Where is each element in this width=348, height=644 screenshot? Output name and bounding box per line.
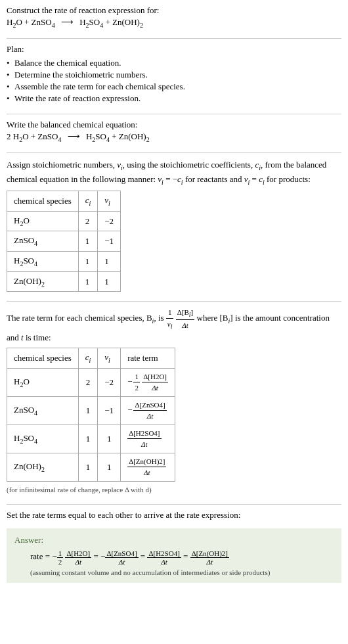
divider [7,114,341,114]
list-item: •Write the rate of reaction expression. [7,93,341,104]
rate-term-section: The rate term for each chemical species,… [7,307,341,499]
table-row: H2SO4 1 1 Δ[H2SO4]Δt [7,425,175,453]
final-title: Set the rate terms equal to each other t… [7,510,341,520]
species-cell: Zn(OH)2 [7,271,79,292]
divider [7,301,341,302]
final-section: Set the rate terms equal to each other t… [7,510,341,524]
plan-section: Plan: •Balance the chemical equation. •D… [7,44,341,109]
rate-cell: −12 Δ[H2O]Δt [121,368,175,396]
fraction: 12 [57,549,64,566]
nu-cell: 1 [98,425,121,453]
table-row: Zn(OH)2 1 1 [7,271,121,292]
answer-label: Answer: [14,535,334,545]
list-item: •Balance the chemical equation. [7,57,341,69]
nu-cell: 1 [98,453,121,481]
fraction: Δ[H2O]Δt [142,371,168,394]
species-cell: H2SO4 [7,425,79,453]
rate-term-note: (for infinitesimal rate of change, repla… [7,484,341,495]
table-row: Zn(OH)2 1 1 Δ[Zn(OH)2]Δt [7,453,175,481]
fraction: Δ[Zn(OH)2]Δt [127,456,166,478]
balanced-section: Write the balanced chemical equation: 2 … [7,120,341,147]
bullet-icon: • [7,81,14,93]
table-header: rate term [121,348,175,369]
stoich-table: chemical species ci νi H2O 2 −2 ZnSO4 1 … [7,191,121,292]
fraction: Δ[ZnSO4]Δt [133,400,166,422]
fraction: 1νi [166,307,174,331]
divider [7,38,341,39]
table-header: ci [78,191,98,212]
answer-expression: rate = −12 Δ[H2O]Δt = −Δ[ZnSO4]Δt = Δ[H2… [30,549,334,566]
fraction: Δ[H2O]Δt [65,549,91,566]
balanced-title: Write the balanced chemical equation: [7,120,341,130]
table-row: H2SO4 1 1 [7,251,121,271]
species-cell: H2O [7,211,79,231]
table-row: H2O 2 −2 [7,211,121,231]
nu-cell: 1 [98,271,121,292]
table-row: chemical species ci νi rate term [7,348,175,369]
list-item: •Assemble the rate term for each chemica… [7,81,341,93]
c-cell: 1 [78,425,98,453]
bullet-icon: • [7,57,14,69]
fraction: 12 [133,371,140,394]
rate-cell: −Δ[ZnSO4]Δt [121,396,175,425]
c-cell: 2 [78,211,98,231]
nu-cell: −2 [98,368,121,396]
table-row: ZnSO4 1 −1 −Δ[ZnSO4]Δt [7,396,175,425]
fraction: Δ[H2SO4]Δt [127,428,161,450]
stoich-section: Assign stoichiometric numbers, νi, using… [7,158,341,296]
rate-term-table: chemical species ci νi rate term H2O 2 −… [7,348,175,482]
bullet-icon: • [7,93,14,104]
c-cell: 1 [78,396,98,425]
fraction: Δ[Zn(OH)2]Δt [190,549,229,566]
list-item: •Determine the stoichiometric numbers. [7,69,341,81]
divider [7,504,341,505]
divider [7,152,341,153]
rate-cell: Δ[H2SO4]Δt [121,425,175,453]
table-row: chemical species ci νi [7,191,121,212]
species-cell: Zn(OH)2 [7,453,79,481]
c-cell: 2 [78,368,98,396]
nu-cell: −2 [98,211,121,231]
fraction: Δ[ZnSO4]Δt [105,549,138,566]
nu-cell: −1 [98,396,121,425]
c-cell: 1 [78,453,98,481]
plan-title: Plan: [7,44,341,55]
unbalanced-equation: H2O + ZnSO4 ⟶ H2SO4 + Zn(OH)2 [7,17,341,29]
fraction: Δ[H2SO4]Δt [147,549,181,566]
species-cell: ZnSO4 [7,231,79,252]
c-cell: 1 [78,271,98,292]
balanced-equation: 2 H2O + ZnSO4 ⟶ H2SO4 + Zn(OH)2 [7,131,341,143]
table-header: chemical species [7,348,79,369]
nu-cell: −1 [98,231,121,252]
arrow-icon: ⟶ [68,131,80,141]
table-row: ZnSO4 1 −1 [7,231,121,252]
table-row: H2O 2 −2 −12 Δ[H2O]Δt [7,368,175,396]
species-cell: H2SO4 [7,251,79,271]
rate-cell: Δ[Zn(OH)2]Δt [121,453,175,481]
table-header: chemical species [7,191,79,212]
table-header: νi [98,191,121,212]
bullet-icon: • [7,69,14,81]
table-header: νi [98,348,121,369]
species-cell: ZnSO4 [7,396,79,425]
fraction: Δ[Bi]Δt [176,307,195,331]
c-cell: 1 [78,251,98,271]
arrow-icon: ⟶ [61,17,74,27]
answer-note: (assuming constant volume and no accumul… [30,568,334,576]
species-cell: H2O [7,368,79,396]
header-section: Construct the rate of reaction expressio… [7,5,341,33]
plan-list: •Balance the chemical equation. •Determi… [7,57,341,105]
nu-cell: 1 [98,251,121,271]
answer-box: Answer: rate = −12 Δ[H2O]Δt = −Δ[ZnSO4]Δ… [7,528,341,583]
c-cell: 1 [78,231,98,252]
table-header: ci [78,348,98,369]
prompt-text: Construct the rate of reaction expressio… [7,5,341,16]
